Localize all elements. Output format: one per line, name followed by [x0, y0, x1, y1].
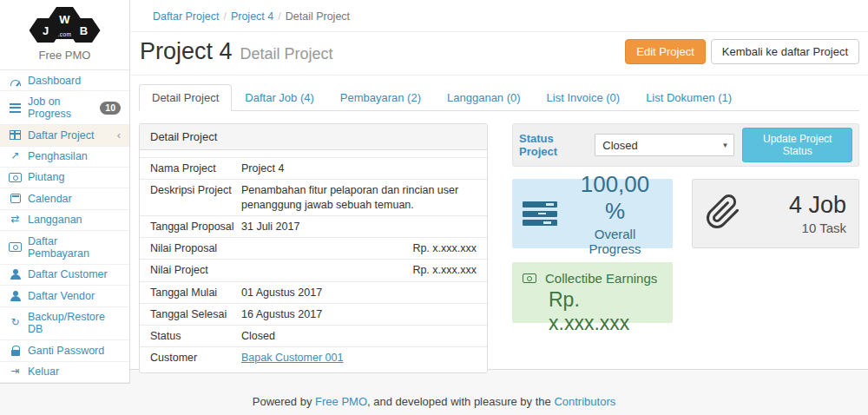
earnings-label: Collectibe Earnings: [545, 271, 657, 286]
table-row: Status Closed: [140, 325, 487, 346]
jwb-logo[interactable]: J W B .com: [25, 7, 105, 45]
tab-pembayaran[interactable]: Pembayaran (2): [327, 84, 434, 111]
dashboard-icon: [9, 75, 22, 87]
row-value: 16 Agustus 2017: [241, 307, 477, 321]
row-label: Nama Project: [150, 161, 241, 175]
table-row: Tanggal Proposal 31 Juli 2017: [140, 215, 487, 237]
contributors-link[interactable]: Contributors: [554, 395, 615, 408]
sidebar-item-calendar[interactable]: Calendar: [0, 188, 129, 209]
sidebar-item-daftar-project[interactable]: Daftar Project ‹: [0, 125, 129, 146]
row-label: Status: [150, 329, 241, 343]
sidebar-item-label: Daftar Vendor: [28, 290, 95, 302]
refresh-icon: ↻: [9, 317, 22, 329]
sidebar-item-piutang[interactable]: Piutang: [0, 168, 129, 188]
collectible-earnings-card: Collectibe Earnings Rp. x.xxx.xxx: [512, 262, 673, 323]
chevron-left-icon: ‹: [117, 129, 121, 141]
tab-list-dokumen[interactable]: List Dokumen (1): [633, 84, 745, 111]
sidebar-item-label: Keluar: [28, 366, 59, 378]
sidebar-item-dashboard[interactable]: Dashboard: [0, 70, 129, 91]
free-pmo-link[interactable]: Free PMO: [315, 395, 367, 408]
table-row: Tanggal Selesai 16 Agustus 2017: [140, 303, 487, 325]
sidebar-item-label: Daftar Customer: [28, 268, 108, 280]
logo-dotcom: .com: [52, 30, 78, 39]
sidebar-item-label: Dashboard: [28, 75, 81, 87]
sign-out-icon: ⇥: [9, 366, 22, 378]
edit-project-button[interactable]: Edit Project: [625, 39, 705, 64]
progress-text: 100,00 % Overall Progress: [568, 171, 662, 256]
table-row: Nama Project Project 4: [140, 157, 487, 179]
table-row: Deskripsi Project Penambahan fitur pelap…: [140, 179, 487, 215]
footer-text: Powered by: [253, 395, 312, 408]
main-content: Daftar Project/Project 4/Detail Project …: [130, 0, 868, 370]
breadcrumb-daftar-project[interactable]: Daftar Project: [153, 10, 219, 23]
sidebar-item-label: Job on Progress: [28, 96, 94, 121]
sidebar-item-daftar-pembayaran[interactable]: Daftar Pembayaran: [0, 231, 129, 265]
earnings-header: Collectibe Earnings: [523, 271, 662, 286]
table-row: Nilai Project Rp. x.xxx.xxx: [140, 259, 487, 280]
tab-list-invoice[interactable]: List Invoice (0): [534, 84, 634, 111]
header-buttons: Edit Project Kembali ke daftar Project: [625, 39, 859, 64]
breadcrumb-current: Detail Project: [286, 10, 350, 23]
sidebar-item-daftar-customer[interactable]: Daftar Customer: [0, 265, 129, 286]
sidebar-item-label: Penghasilan: [28, 150, 88, 162]
right-column: Status Project Closed ▼ Update Project S…: [512, 123, 859, 373]
earnings-value: Rp. x.xxx.xxx: [549, 288, 662, 335]
sidebar-item-backup-restore-db[interactable]: ↻ Backup/Restore DB: [0, 307, 129, 341]
detail-project-panel: Detail Project Nama Project Project 4 De…: [139, 123, 488, 373]
tab-content: Detail Project Nama Project Project 4 De…: [130, 111, 868, 373]
customer-link[interactable]: Bapak Customer 001: [241, 352, 343, 364]
table-row: Nilai Proposal Rp. x.xxx.xxx: [140, 237, 487, 259]
app-window: J W B .com Free PMO Dashboard Job on Pro…: [0, 0, 868, 384]
sidebar-item-job-on-progress[interactable]: Job on Progress 10: [0, 91, 129, 125]
sidebar-item-label: Daftar Project: [28, 129, 94, 142]
progress-caption: Overall Progress: [568, 227, 662, 256]
row-label: Tanggal Proposal: [150, 220, 241, 234]
row-label: Nilai Project: [150, 263, 241, 277]
list-icon: [9, 102, 22, 114]
sidebar-item-ganti-password[interactable]: Ganti Password: [0, 340, 129, 361]
page-subtitle: Detail Project: [240, 40, 333, 63]
row-label: Customer: [150, 351, 241, 365]
lock-icon: [9, 345, 22, 357]
row-value: Bapak Customer 001: [241, 351, 477, 365]
table-icon: [9, 129, 22, 142]
sidebar-item-label: Daftar Pembayaran: [28, 235, 121, 260]
sidebar: J W B .com Free PMO Dashboard Job on Pro…: [0, 0, 130, 384]
back-to-project-list-button[interactable]: Kembali ke daftar Project: [711, 39, 859, 64]
status-select[interactable]: Closed: [595, 134, 734, 156]
sidebar-item-keluar[interactable]: ⇥ Keluar: [0, 362, 129, 383]
breadcrumb: Daftar Project/Project 4/Detail Project: [130, 0, 868, 32]
row-value: Rp. x.xxx.xxx: [241, 241, 477, 255]
row-value: Rp. x.xxx.xxx: [241, 263, 477, 277]
breadcrumb-project-4[interactable]: Project 4: [231, 10, 273, 23]
row-label: Deskripsi Project: [150, 183, 241, 212]
page-header: Project 4 Detail Project Edit Project Ke…: [130, 32, 868, 76]
line-chart-icon: ↗: [9, 150, 22, 162]
calendar-icon: [9, 193, 22, 205]
users-icon: [9, 290, 22, 302]
money-icon: [523, 273, 536, 283]
breadcrumb-separator: /: [223, 10, 226, 23]
row-label: Nilai Proposal: [150, 241, 241, 255]
status-project-label: Status Project: [519, 132, 587, 158]
row-label: Tanggal Selesai: [150, 307, 241, 321]
tab-daftar-job[interactable]: Daftar Job (4): [232, 84, 326, 111]
sidebar-item-daftar-vendor[interactable]: Daftar Vendor: [0, 286, 129, 306]
page-title: Project 4: [140, 38, 233, 65]
row-value: 31 Juli 2017: [241, 220, 477, 234]
sidebar-item-label: Ganti Password: [28, 345, 104, 357]
table-row: Tanggal Mulai 01 Agustus 2017: [140, 281, 487, 303]
row-label: Tanggal Mulai: [150, 286, 241, 300]
paperclip-icon: [705, 192, 741, 235]
tab-detail-project[interactable]: Detail Project: [139, 84, 232, 111]
sidebar-item-label: Piutang: [28, 171, 64, 183]
job-count-badge: 10: [100, 102, 121, 115]
sidebar-item-penghasilan[interactable]: ↗ Penghasilan: [0, 147, 129, 168]
tab-langganan[interactable]: Langganan (0): [434, 84, 534, 111]
panel-title: Detail Project: [140, 124, 487, 150]
sidebar-item-langganan[interactable]: ⇄ Langganan: [0, 210, 129, 231]
footer: Powered by Free PMO, and developed with …: [0, 384, 868, 408]
row-value: Penambahan fitur pelaporan dan rincian u…: [241, 183, 477, 212]
update-project-status-button[interactable]: Update Project Status: [742, 128, 852, 162]
jobs-card: 4 Job 10 Task: [692, 179, 859, 248]
